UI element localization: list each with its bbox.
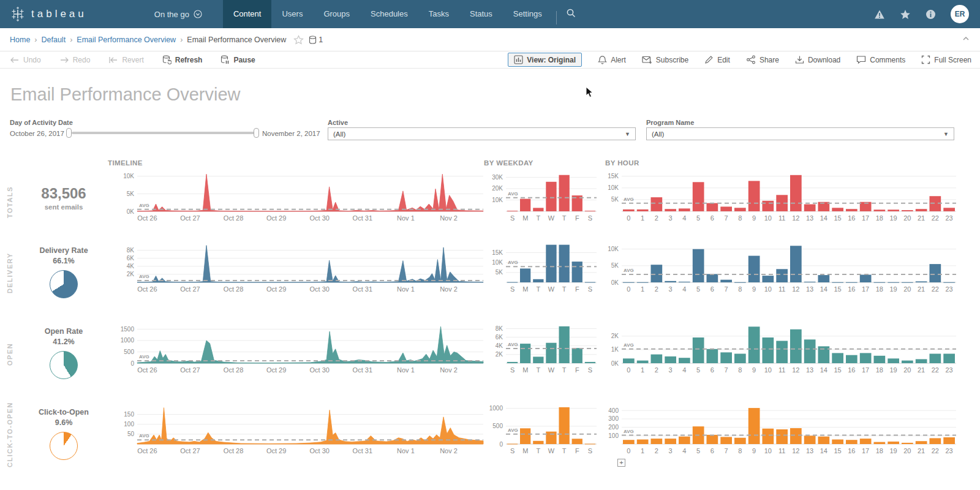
svg-text:4: 4 (682, 447, 686, 454)
user-avatar[interactable]: ER (951, 5, 969, 23)
svg-text:AVG: AVG (624, 197, 634, 202)
fullscreen-button[interactable]: Full Screen (921, 55, 971, 64)
undo-button[interactable]: Undo (10, 56, 41, 64)
svg-text:1: 1 (641, 447, 644, 454)
svg-text:21: 21 (918, 447, 925, 454)
view-original-button[interactable]: View: Original (508, 53, 582, 67)
chart-click-timeline[interactable]: 15010050AVGOct 26Oct 27Oct 28Oct 29Oct 3… (108, 399, 484, 462)
svg-text:0: 0 (627, 214, 630, 222)
caret-down-icon: ▼ (625, 131, 630, 137)
svg-text:Nov 2: Nov 2 (440, 447, 458, 454)
chart-delivery-hour[interactable]: 10K5K0KAVG012345678910111213141516171819… (603, 238, 957, 300)
nav-item-schedules[interactable]: Schedules (360, 0, 418, 28)
svg-text:8: 8 (738, 447, 742, 454)
svg-text:M: M (522, 214, 528, 222)
chart-open-hour[interactable]: 2K1K0KAVG0123456789101112131415161718192… (603, 318, 957, 381)
svg-text:20: 20 (903, 214, 911, 222)
nav-item-groups[interactable]: Groups (313, 0, 360, 28)
breadcrumb-workbook[interactable]: Email Performance Overview (77, 36, 176, 44)
svg-text:21: 21 (918, 285, 925, 293)
date-slider-handle-right[interactable] (254, 128, 259, 138)
kpi-title: Click-to-Open (21, 408, 107, 417)
active-filter-dropdown[interactable]: (All) ▼ (328, 127, 636, 140)
site-name: On the go (154, 10, 189, 19)
nav-item-content[interactable]: Content (223, 0, 272, 28)
program-filter-dropdown[interactable]: (All) ▼ (646, 127, 954, 140)
alert-button[interactable]: Alert (598, 55, 626, 65)
revert-button[interactable]: Revert (108, 56, 143, 64)
svg-text:400: 400 (608, 407, 619, 414)
comments-button[interactable]: Comments (856, 55, 905, 64)
chart-click-hour[interactable]: 400300200100AVG0123456789101112131415161… (603, 399, 957, 462)
svg-text:0K: 0K (611, 279, 619, 286)
svg-text:5: 5 (696, 285, 700, 293)
refresh-button[interactable]: Refresh (162, 55, 203, 64)
svg-text:F: F (575, 214, 579, 222)
favorite-star-icon[interactable] (293, 35, 304, 45)
svg-text:Oct 29: Oct 29 (266, 214, 286, 222)
svg-text:12: 12 (792, 366, 799, 374)
svg-text:S: S (588, 447, 592, 454)
download-button[interactable]: Download (795, 55, 840, 64)
svg-text:AVG: AVG (139, 203, 149, 208)
pause-button[interactable]: Pause (221, 55, 255, 64)
edit-button[interactable]: Edit (704, 55, 730, 64)
svg-text:8K: 8K (496, 325, 503, 332)
svg-text:10: 10 (764, 214, 772, 222)
svg-text:8: 8 (738, 285, 742, 293)
favorites-star-button[interactable] (900, 9, 911, 20)
chart-totals-timeline[interactable]: 10K5K0KAVGOct 26Oct 27Oct 28Oct 29Oct 30… (108, 167, 484, 229)
nav-item-status[interactable]: Status (459, 0, 503, 28)
svg-text:10K: 10K (492, 259, 503, 266)
svg-text:AVG: AVG (624, 429, 634, 434)
nav-item-tasks[interactable]: Tasks (418, 0, 459, 28)
svg-text:0: 0 (130, 360, 134, 367)
svg-text:1: 1 (641, 214, 644, 222)
navbar-right: ER (874, 5, 969, 23)
svg-text:2K: 2K (611, 333, 619, 339)
nav-item-users[interactable]: Users (271, 0, 313, 28)
search-button[interactable] (565, 7, 576, 21)
svg-text:8: 8 (738, 214, 742, 222)
svg-text:6: 6 (710, 447, 714, 454)
svg-text:23: 23 (946, 366, 953, 374)
redo-button[interactable]: Redo (59, 56, 91, 64)
kpi-value: 41.2% (21, 337, 107, 346)
site-picker[interactable]: On the go (154, 10, 202, 19)
date-slider-handle-left[interactable] (66, 128, 72, 138)
info-button[interactable] (925, 9, 936, 20)
svg-text:15: 15 (834, 285, 842, 293)
svg-text:S: S (588, 285, 592, 293)
collapse-header-button[interactable] (962, 34, 970, 45)
chart-totals-hour[interactable]: 15K10K5KAVG01234567891011121314151617181… (603, 167, 957, 229)
kpi-value: 66.1% (21, 257, 107, 265)
svg-text:23: 23 (946, 447, 953, 454)
breadcrumb-project[interactable]: Default (42, 36, 66, 44)
share-button[interactable]: Share (746, 55, 779, 64)
date-slider-track[interactable] (72, 132, 255, 134)
svg-text:3: 3 (669, 447, 673, 454)
svg-text:15: 15 (834, 447, 842, 454)
pencil-icon (704, 55, 714, 64)
chart-delivery-weekday[interactable]: 15K10K5KAVGSMTWTFS (478, 238, 598, 300)
svg-text:7: 7 (725, 366, 728, 374)
chart-click-weekday[interactable]: 10005000AVGSMTWTFS (478, 399, 598, 462)
subscribe-button[interactable]: Subscribe (642, 56, 688, 64)
nav-item-settings[interactable]: Settings (503, 0, 552, 28)
chart-open-timeline[interactable]: 150010005000AVGOct 26Oct 27Oct 28Oct 29O… (108, 318, 484, 381)
svg-text:200: 200 (608, 424, 619, 431)
kpi-totals: 83,506sent emails (21, 172, 107, 211)
chart-open-weekday[interactable]: 8K6K4K2KAVGSMTWTFS (478, 318, 598, 381)
svg-text:18: 18 (876, 366, 883, 374)
svg-text:Oct 26: Oct 26 (137, 285, 157, 293)
datasource-icon (309, 36, 317, 44)
view-icon (514, 55, 523, 64)
chart-totals-weekday[interactable]: 30K20K10KAVGSMTWTFS (478, 167, 598, 229)
breadcrumb-home[interactable]: Home (10, 36, 30, 44)
chart-delivery-timeline[interactable]: 8K6K4K2KAVGOct 26Oct 27Oct 28Oct 29Oct 3… (108, 238, 484, 300)
svg-text:0K: 0K (127, 208, 135, 215)
tableau-logo[interactable]: tableau (10, 6, 87, 22)
svg-text:Oct 29: Oct 29 (266, 285, 286, 293)
expand-button[interactable]: + (617, 459, 625, 467)
alerts-button[interactable] (874, 9, 885, 20)
